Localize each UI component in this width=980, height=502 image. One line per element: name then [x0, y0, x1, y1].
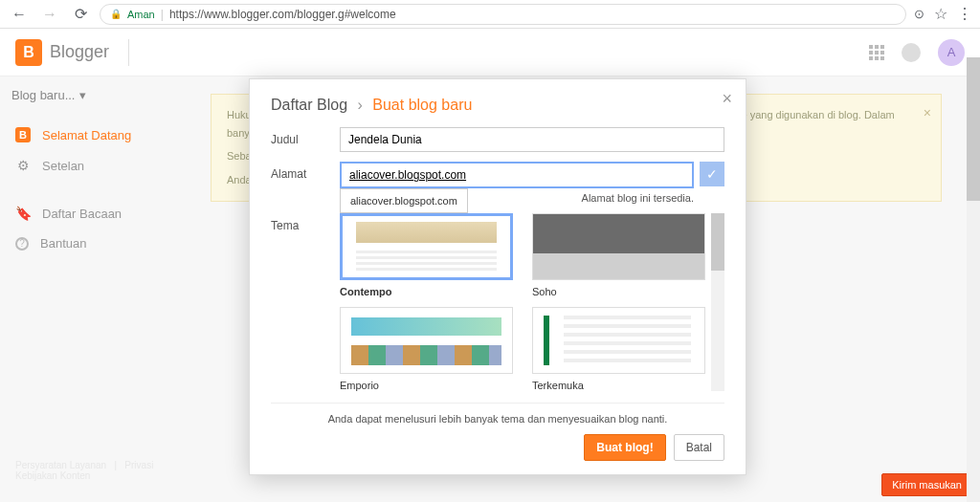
close-icon[interactable]: × — [722, 89, 732, 109]
label-address: Alamat — [271, 162, 340, 181]
lock-icon: 🔒 — [110, 9, 122, 19]
theme-option-soho[interactable]: Soho — [532, 213, 705, 297]
theme-name: Terkemuka — [532, 380, 705, 391]
forward-button[interactable]: → — [38, 3, 61, 26]
theme-name: Soho — [532, 286, 705, 297]
label-title: Judul — [271, 127, 340, 146]
theme-thumbnail — [340, 213, 513, 280]
kebab-menu-icon[interactable]: ⋮ — [957, 5, 972, 23]
cancel-button[interactable]: Batal — [674, 434, 724, 461]
address-suggestion[interactable]: aliacover.blogspot.com — [340, 188, 468, 213]
address-input[interactable] — [340, 162, 694, 188]
theme-thumbnail — [340, 307, 513, 374]
theme-option-emporio[interactable]: Emporio — [340, 307, 513, 391]
theme-option-terkemuka[interactable]: Terkemuka — [532, 307, 705, 391]
url-text: https://www.blogger.com/blogger.g#welcom… — [169, 8, 396, 21]
breadcrumb-root[interactable]: Daftar Blog — [271, 97, 347, 113]
title-input[interactable] — [340, 127, 724, 152]
label-theme: Tema — [271, 213, 340, 232]
theme-scrollbar[interactable] — [711, 213, 724, 391]
availability-text: Alamat blog ini tersedia. — [271, 192, 694, 204]
theme-thumbnail — [532, 307, 705, 374]
search-in-page-icon[interactable]: ⊙ — [914, 7, 924, 21]
theme-grid: Contempo Soho Emporio Terkemuka — [340, 213, 705, 391]
create-blog-button[interactable]: Buat blog! — [584, 434, 665, 461]
theme-thumbnail — [532, 213, 705, 280]
theme-option-contempo[interactable]: Contempo — [340, 213, 513, 297]
theme-name: Contempo — [340, 286, 513, 297]
secure-label: Aman — [127, 9, 155, 20]
address-bar[interactable]: 🔒 Aman | https://www.blogger.com/blogger… — [100, 4, 906, 25]
modal-note: Anda dapat menelusuri lebih banyak tema … — [271, 403, 724, 425]
breadcrumb: Daftar Blog › Buat blog baru — [271, 97, 724, 114]
create-blog-modal: × Daftar Blog › Buat blog baru Judul Ala… — [249, 78, 746, 475]
modal-backdrop: × Daftar Blog › Buat blog baru Judul Ala… — [0, 29, 980, 502]
reload-button[interactable]: ⟳ — [69, 3, 92, 26]
browser-toolbar: ← → ⟳ 🔒 Aman | https://www.blogger.com/b… — [0, 0, 980, 29]
bookmark-star-icon[interactable]: ☆ — [934, 5, 947, 23]
theme-name: Emporio — [340, 380, 513, 391]
breadcrumb-current: Buat blog baru — [372, 97, 472, 113]
check-availability-button[interactable]: ✓ — [700, 162, 724, 186]
back-button[interactable]: ← — [8, 3, 31, 26]
